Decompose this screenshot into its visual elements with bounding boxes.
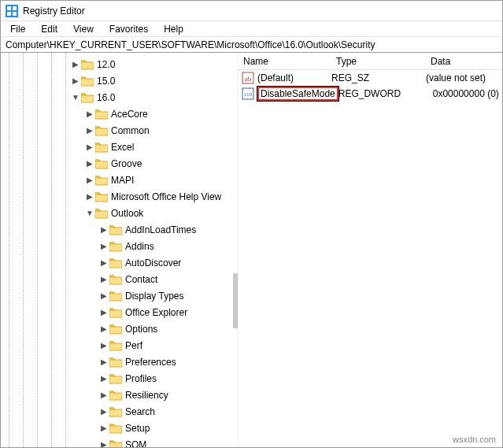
expander-icon[interactable]: ▶ [84,176,95,184]
expander-icon[interactable]: ▶ [84,109,95,118]
menu-edit[interactable]: Edit [35,23,64,35]
menu-view[interactable]: View [67,23,100,35]
tree-item-label: AceCore [111,109,148,120]
value-type: REG_DWORD [338,88,433,99]
values-list: ab (Default) REG_SZ (value not set) 110 … [239,70,502,102]
expander-icon[interactable]: ▶ [98,242,109,250]
tree-item-label: Preferences [125,357,176,368]
expander-icon[interactable]: ▶ [84,143,95,151]
tree-pane: ▶ 12.0 ▶ 15.0 ▼ 16.0 ▶ AceCore ▶ Common … [1,53,239,447]
svg-text:ab: ab [245,75,252,83]
tree-item-label: MAPI [111,175,134,186]
expander-icon[interactable]: ▶ [98,407,109,416]
tree-item-label: Office Explorer [125,307,187,318]
svg-rect-2 [13,6,17,10]
tree-item-label: 15.0 [97,76,115,87]
expander-icon[interactable]: ▶ [98,258,109,267]
dword-icon: 110 [242,87,254,100]
expander-icon[interactable]: ▶ [98,374,109,383]
svg-rect-3 [7,12,11,16]
expander-icon[interactable]: ▶ [84,192,95,201]
address-bar[interactable]: Computer\HKEY_CURRENT_USER\SOFTWARE\Micr… [1,37,502,53]
expander-icon[interactable]: ▶ [70,76,81,85]
tree-item-label: Microsoft Office Help View [111,191,221,202]
tree-item-label: Addins [125,241,154,252]
column-name[interactable]: Name [239,56,331,67]
tree-item-label: Common [111,125,150,136]
tree-item-label: SQM [125,439,146,448]
value-name-editing[interactable]: DisableSafeMode [257,87,338,101]
menu-favorites[interactable]: Favorites [103,23,154,35]
title-bar: Registry Editor [1,1,502,21]
value-type: REG_SZ [331,72,426,83]
expander-icon[interactable]: ▼ [70,93,81,102]
values-pane: Name Type Data ab (Default) REG_SZ (valu… [239,53,502,447]
column-data[interactable]: Data [426,56,502,67]
menu-file[interactable]: File [4,23,31,35]
tree-item-label: 16.0 [97,92,115,103]
value-row[interactable]: ab (Default) REG_SZ (value not set) [239,70,502,86]
expander-icon[interactable]: ▶ [98,291,109,300]
svg-rect-4 [13,12,17,16]
tree-item-label: Profiles [125,373,157,384]
splitter[interactable] [233,273,238,328]
menu-bar: File Edit View Favorites Help [1,21,502,37]
values-header: Name Type Data [239,53,502,70]
value-data: (value not set) [426,72,502,83]
expander-icon[interactable]: ▶ [84,126,95,135]
svg-rect-1 [7,6,11,10]
expander-icon[interactable]: ▶ [98,308,109,317]
tree-item-label: AddInLoadTimes [125,224,196,235]
expander-icon[interactable]: ▶ [84,159,95,168]
expander-icon[interactable]: ▶ [98,225,109,234]
tree-item-label: Groove [111,158,142,169]
tree-item-label: Setup [125,423,150,434]
expander-icon[interactable]: ▶ [98,357,109,366]
tree-item-label: Outlook [111,208,143,219]
tree-item-label: Excel [111,142,134,153]
tree-item-label: Perf [125,340,142,351]
svg-text:110: 110 [244,91,253,98]
tree-item-label: Display Types [125,291,183,302]
string-icon: ab [242,72,254,84]
tree-item-label: Contact [125,274,157,285]
expander-icon[interactable]: ▶ [98,324,109,333]
column-type[interactable]: Type [331,56,426,67]
value-data: 0x00000000 (0) [433,88,502,99]
tree-item-label: 12.0 [97,59,115,70]
expander-icon[interactable]: ▶ [98,391,109,399]
regedit-icon [6,5,18,17]
window-title: Registry Editor [23,6,85,17]
address-text: Computer\HKEY_CURRENT_USER\SOFTWARE\Micr… [6,39,375,50]
expander-icon[interactable]: ▶ [98,275,109,283]
expander-icon[interactable]: ▶ [70,60,81,68]
value-name[interactable]: (Default) [257,72,331,83]
tree-item-label: AutoDiscover [125,257,181,268]
main-area: ▶ 12.0 ▶ 15.0 ▼ 16.0 ▶ AceCore ▶ Common … [1,53,502,447]
tree-item-label: Resiliency [125,390,168,401]
menu-help[interactable]: Help [157,23,190,35]
tree-item-label: Search [125,406,155,417]
expander-icon[interactable]: ▶ [98,440,109,447]
watermark: wsxdn.com [453,435,496,444]
expander-icon[interactable]: ▶ [98,341,109,350]
value-row[interactable]: 110 DisableSafeMode REG_DWORD 0x00000000… [239,86,502,102]
tree-item-label: Options [125,324,157,335]
expander-icon[interactable]: ▼ [84,209,95,217]
expander-icon[interactable]: ▶ [98,424,109,432]
